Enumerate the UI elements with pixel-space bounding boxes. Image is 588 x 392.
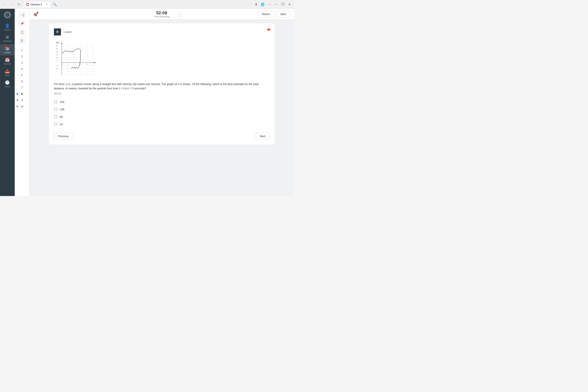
top-bar: 🚀 52:08 Time Remaining ‹ Return Next xyxy=(30,9,294,20)
question-number-badge: 8 xyxy=(54,28,61,36)
svg-text:16: 16 xyxy=(56,57,58,58)
question-nav-item-2[interactable]: 2 xyxy=(15,53,29,60)
globe-icon[interactable]: 🌐 xyxy=(260,2,266,7)
question-nav-number-9: 9 xyxy=(21,98,23,102)
svg-text:-8: -8 xyxy=(56,65,58,66)
tab-close-btn[interactable]: ✕ xyxy=(46,3,48,6)
maximize-icon[interactable]: ❐ xyxy=(280,2,286,7)
svg-text:40: 40 xyxy=(56,48,58,50)
sidebar-calendar-label: Calendar xyxy=(4,63,11,65)
courses-icon: 📚 xyxy=(5,46,10,51)
question-text: For time t ≥ 0, a particle moves along a… xyxy=(54,82,270,91)
question-nav-item-7[interactable]: 7 xyxy=(15,84,29,91)
question-nav-number-2: 2 xyxy=(21,55,23,58)
inbox-icon: 📥 xyxy=(5,69,10,74)
sidebar-item-dashboard[interactable]: ⊞ Dashboard xyxy=(0,33,15,44)
svg-marker-3 xyxy=(61,42,62,44)
option-b[interactable]: 136 xyxy=(54,106,270,113)
nav-notebook-button[interactable]: 📋 xyxy=(19,29,25,35)
svg-text:-16: -16 xyxy=(56,68,58,70)
answer-options: 104 136 80 24 xyxy=(54,98,270,128)
sidebar-item-account[interactable]: 👤 Account xyxy=(0,21,15,33)
option-d[interactable]: 24 xyxy=(54,120,270,128)
sidebar-dashboard-label: Dashboard xyxy=(3,40,12,42)
svg-text:32: 32 xyxy=(56,51,58,53)
radio-d[interactable] xyxy=(54,122,58,126)
svg-text:O: O xyxy=(61,63,62,65)
question-nav-item-10[interactable]: 10 xyxy=(15,103,29,110)
radio-b[interactable] xyxy=(54,108,58,111)
question-nav-item-8[interactable]: 8 xyxy=(15,91,29,97)
question-nav-number-7: 7 xyxy=(21,86,23,89)
radio-a[interactable] xyxy=(54,100,58,104)
tab-favicon-inner xyxy=(27,4,28,6)
nav-collapse-button[interactable]: →| xyxy=(19,12,25,18)
question-area: 📌 8 1 point v(t) xyxy=(30,20,294,196)
previous-button[interactable]: Previous xyxy=(54,133,73,140)
question-number-list: 1 2 3 4 5 6 7 8 xyxy=(15,47,29,110)
question-nav-item-3[interactable]: 3 xyxy=(15,60,29,66)
svg-text:t: t xyxy=(96,62,96,64)
sidebar-inbox-label: Inbox xyxy=(5,74,10,76)
tab-favicon xyxy=(26,3,29,6)
question-nav-item-1[interactable]: 1 xyxy=(15,47,29,53)
next-button-top[interactable]: Next xyxy=(276,11,290,18)
app-logo xyxy=(3,11,12,19)
sidebar-item-calendar[interactable]: 📅 Calendar xyxy=(0,56,15,67)
browser-back[interactable]: ← xyxy=(2,2,8,7)
browser-chrome: ← → ↻ Quizzes 2 ✕ 🔍 ⬇ 🌐 ⋯ ─ ❐ ✕ xyxy=(0,0,294,9)
svg-marker-4 xyxy=(94,62,96,63)
search-icon[interactable]: 🔍 xyxy=(52,2,58,7)
top-bar-actions: Return Next xyxy=(258,11,290,18)
tab-title: Quizzes 2 xyxy=(31,3,42,6)
svg-text:24: 24 xyxy=(56,54,58,56)
timer-collapse-button[interactable]: ‹ xyxy=(178,11,183,17)
option-a[interactable]: 104 xyxy=(54,98,270,106)
velocity-graph-container: v(t) t xyxy=(54,41,97,78)
sidebar-item-history[interactable]: 🕐 History xyxy=(0,78,15,90)
nav-dot-9 xyxy=(17,99,18,101)
svg-text:4: 4 xyxy=(86,63,88,65)
return-button[interactable]: Return xyxy=(258,11,274,18)
browser-refresh[interactable]: ↻ xyxy=(16,2,22,7)
more-options-icon[interactable]: ⋯ xyxy=(266,2,272,7)
sidebar: 👤 Account ⊞ Dashboard 📚 Courses 📅 Calend… xyxy=(0,9,15,196)
question-nav-number-3: 3 xyxy=(21,61,23,64)
rocket-icon: 🚀 xyxy=(33,12,38,17)
question-nav-item-6[interactable]: 6 xyxy=(15,78,29,84)
browser-tab[interactable]: Quizzes 2 ✕ xyxy=(23,2,50,7)
minimize-icon[interactable]: ─ xyxy=(273,2,279,7)
sidebar-item-courses[interactable]: 📚 Courses xyxy=(0,44,15,56)
timer-display: 52:08 xyxy=(156,10,167,16)
nav-pin-button[interactable]: 📌 xyxy=(19,20,25,27)
option-b-value: 136 xyxy=(60,108,64,111)
option-c[interactable]: 80 xyxy=(54,113,270,120)
question-nav-panel: →| 📌 📋 ☰ 1 2 3 4 5 6 7 xyxy=(15,9,30,196)
question-points: 1 point xyxy=(63,30,72,34)
close-icon[interactable]: ✕ xyxy=(286,2,292,7)
svg-text:8: 8 xyxy=(57,59,58,61)
sidebar-item-inbox[interactable]: 📥 Inbox xyxy=(0,67,15,78)
question-nav-number-4: 4 xyxy=(21,67,23,70)
browser-forward[interactable]: → xyxy=(9,2,14,7)
sidebar-account-label: Account xyxy=(4,29,10,31)
radio-c[interactable] xyxy=(54,115,58,118)
timer-label: Time Remaining xyxy=(154,16,170,18)
timer-section: 52:08 Time Remaining xyxy=(154,10,170,18)
nav-dot-8 xyxy=(17,93,18,95)
option-d-value: 24 xyxy=(60,123,63,126)
app-layout: 👤 Account ⊞ Dashboard 📚 Courses 📅 Calend… xyxy=(0,9,294,196)
sidebar-history-label: History xyxy=(4,86,10,88)
option-a-value: 104 xyxy=(60,100,64,104)
nav-list-button[interactable]: ☰ xyxy=(19,38,25,44)
question-nav-number-1: 1 xyxy=(21,48,23,52)
question-nav-item-4[interactable]: 4 xyxy=(15,66,29,72)
svg-text:v(t): v(t) xyxy=(56,42,58,44)
question-nav-number-8: 8 xyxy=(21,92,23,96)
question-nav-item-9[interactable]: 9 xyxy=(15,97,29,103)
next-button-bottom[interactable]: Next xyxy=(256,133,270,140)
question-nav-item-5[interactable]: 5 xyxy=(15,72,29,78)
download-icon[interactable]: ⬇ xyxy=(253,2,259,7)
svg-text:1: 1 xyxy=(68,63,68,65)
option-c-value: 80 xyxy=(60,115,63,118)
